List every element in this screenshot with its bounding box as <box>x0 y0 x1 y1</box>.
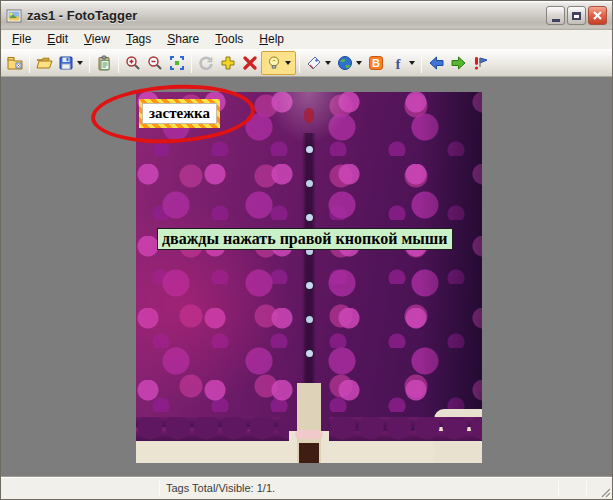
menu-edit[interactable]: Edit <box>39 31 76 48</box>
photo-blouse <box>136 92 482 463</box>
photo-buttons <box>306 146 313 153</box>
paste-button[interactable] <box>93 52 115 74</box>
close-icon <box>592 10 603 21</box>
tag-appearance-icon <box>306 55 322 71</box>
window-controls <box>546 6 607 25</box>
browse-images-button[interactable] <box>4 52 26 74</box>
photo-collar-detail <box>304 108 314 123</box>
open-folder-icon <box>36 55 53 71</box>
status-bar: Tags Total/Visible: 1/1. <box>1 476 612 499</box>
menu-tags[interactable]: Tags <box>118 31 159 48</box>
menu-share[interactable]: Share <box>159 31 207 48</box>
statusbar-divider <box>558 481 559 496</box>
toolbar-separator <box>89 53 90 73</box>
photo-stand-pole <box>299 443 319 463</box>
add-tag-icon <box>220 55 236 71</box>
zoom-in-button[interactable] <box>122 52 144 74</box>
menu-file[interactable]: File <box>4 31 39 48</box>
blogger-icon: B <box>368 55 384 71</box>
arrow-right-icon <box>450 55 467 71</box>
publish-facebook-dropdown-arrow[interactable] <box>409 61 415 65</box>
menu-bar: File Edit View Tags Share Tools Help <box>1 30 612 49</box>
show-tags-dropdown-arrow[interactable] <box>285 61 291 65</box>
title-bar: zas1 - FotoTagger <box>1 1 612 30</box>
save-dropdown-arrow[interactable] <box>77 61 83 65</box>
zoom-out-icon <box>147 55 163 71</box>
publish-web-dropdown-arrow[interactable] <box>356 61 362 65</box>
close-button[interactable] <box>588 6 607 25</box>
maximize-icon <box>572 12 581 20</box>
facebook-letter: f <box>396 55 402 71</box>
zoom-out-button[interactable] <box>144 52 166 74</box>
canvas-area: застежка дважды нажать правой кнопкой мы… <box>1 77 612 476</box>
delete-tag-button[interactable] <box>239 52 261 74</box>
publish-blogger-button[interactable]: B <box>365 52 387 74</box>
flag-exclamation-icon <box>472 55 489 71</box>
toolbar-separator <box>191 53 192 73</box>
arrow-left-icon <box>428 55 445 71</box>
maximize-button[interactable] <box>567 6 586 25</box>
toolbar-separator <box>29 53 30 73</box>
menu-help[interactable]: Help <box>251 31 292 48</box>
menu-tools[interactable]: Tools <box>207 31 251 48</box>
photo-hem-ruffle-left <box>136 417 289 443</box>
globe-icon <box>337 55 353 71</box>
facebook-icon: f <box>390 55 406 71</box>
menu-view[interactable]: View <box>76 31 118 48</box>
toolbar-separator <box>299 53 300 73</box>
open-image-button[interactable] <box>33 52 55 74</box>
window-title: zas1 - FotoTagger <box>27 8 546 23</box>
show-tags-active-group <box>261 51 296 75</box>
browse-folder-icon <box>7 55 24 71</box>
tag-appearance-button[interactable] <box>303 52 325 74</box>
show-hide-tags-button[interactable] <box>263 52 285 74</box>
rotate-button[interactable] <box>195 52 217 74</box>
tags-count-status: Tags Total/Visible: 1/1. <box>166 482 275 494</box>
fit-to-window-button[interactable] <box>166 52 188 74</box>
lightbulb-icon <box>266 55 282 71</box>
toolbar-separator <box>118 53 119 73</box>
photo-sleeve-shadow <box>420 92 482 463</box>
statusbar-divider <box>159 481 160 496</box>
rotate-icon <box>198 55 214 71</box>
highlights-flag-button[interactable] <box>469 52 491 74</box>
photo-button-placket <box>302 133 316 393</box>
app-icon <box>6 8 22 24</box>
minimize-button[interactable] <box>546 6 565 25</box>
toolbar: B f <box>1 49 612 77</box>
toolbar-separator <box>421 53 422 73</box>
add-tag-button[interactable] <box>217 52 239 74</box>
fototagger-window: zas1 - FotoTagger File Edit View Tags Sh… <box>0 0 613 500</box>
blogger-letter: B <box>372 57 380 69</box>
zoom-in-icon <box>125 55 141 71</box>
publish-facebook-button[interactable]: f <box>387 52 409 74</box>
minimize-icon <box>552 19 560 22</box>
tag-appearance-dropdown-arrow[interactable] <box>325 61 331 65</box>
instruction-note-label: дважды нажать правой кнопкой мыши <box>157 228 453 250</box>
photo-stand-label <box>295 430 323 439</box>
paste-icon <box>96 55 112 71</box>
resize-grip[interactable] <box>598 485 611 498</box>
save-icon <box>58 55 74 71</box>
delete-tag-icon <box>242 55 258 71</box>
publish-web-button[interactable] <box>334 52 356 74</box>
statusbar-divider <box>586 481 587 496</box>
previous-image-button[interactable] <box>425 52 447 74</box>
photo-hem-ruffle-right <box>329 417 482 443</box>
save-button[interactable] <box>55 52 77 74</box>
next-image-button[interactable] <box>447 52 469 74</box>
fit-to-window-icon <box>169 55 185 71</box>
